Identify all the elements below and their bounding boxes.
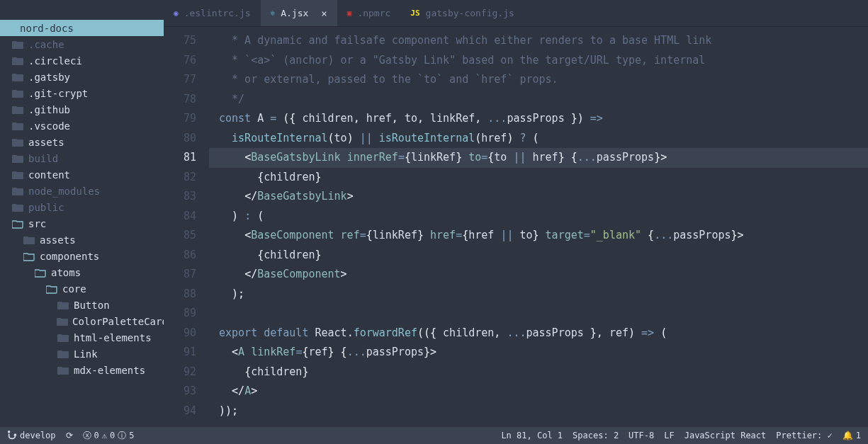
error-icon: ⓧ xyxy=(83,430,91,442)
code-line[interactable]: <A linkRef={ref} {...passProps}> xyxy=(209,343,868,363)
code-line[interactable]: {children} xyxy=(209,363,868,382)
line-number: 86 xyxy=(164,246,196,266)
info-count: 5 xyxy=(129,431,134,440)
tab--eslintrc-js[interactable]: ◉.eslintrc.js xyxy=(164,0,261,26)
folder-icon xyxy=(11,154,24,164)
code-line[interactable]: * or external, passed to the `to` and `h… xyxy=(209,70,868,90)
git-branch[interactable]: develop xyxy=(7,430,56,442)
code-editor[interactable]: 7576777879808182838485868788899091929394… xyxy=(164,27,868,427)
line-gutter: 7576777879808182838485868788899091929394 xyxy=(164,31,209,427)
file-tree[interactable]: nord-docs .cache.circleci.gatsby.git-cry… xyxy=(0,0,164,427)
eol[interactable]: LF xyxy=(664,431,674,440)
folder-open-icon xyxy=(45,284,58,294)
line-number: 76 xyxy=(164,51,196,71)
code-line[interactable] xyxy=(209,304,868,324)
sidebar-item-label: .circleci xyxy=(28,55,82,67)
sidebar-item-components[interactable]: components xyxy=(0,248,164,264)
sidebar-item--github[interactable]: .github xyxy=(0,101,164,118)
sidebar-item--gatsby[interactable]: .gatsby xyxy=(0,69,164,85)
tab-gatsby-config-js[interactable]: JSgatsby-config.js xyxy=(400,0,524,26)
code-line[interactable]: <BaseGatsbyLink innerRef={linkRef} to={t… xyxy=(209,148,868,168)
folder-icon xyxy=(11,56,24,66)
close-icon[interactable]: × xyxy=(321,8,327,19)
problems-indicator[interactable]: ⓧ 0 ⚠ 0 ⓘ 5 xyxy=(83,430,135,442)
prettier-status[interactable]: Prettier: ✓ xyxy=(776,431,832,440)
sidebar-item-link[interactable]: Link xyxy=(0,346,164,362)
code-content[interactable]: * A dynamic and failsafe component which… xyxy=(209,31,868,427)
code-line[interactable]: ) : ( xyxy=(209,207,868,227)
sidebar-item-colorpalettecard[interactable]: ColorPaletteCard xyxy=(0,313,164,329)
tab-bar: ◉.eslintrc.js⚛A.jsx×▣.npmrcJSgatsby-conf… xyxy=(164,0,868,27)
sidebar-item--vscode[interactable]: .vscode xyxy=(0,118,164,134)
sidebar-item-label: html-elements xyxy=(74,332,152,343)
folder-icon xyxy=(11,203,24,212)
line-number: 94 xyxy=(164,402,196,421)
code-line[interactable]: </BaseComponent> xyxy=(209,265,868,285)
indentation[interactable]: Spaces: 2 xyxy=(573,431,619,440)
sidebar-item-src[interactable]: src xyxy=(0,215,164,232)
notifications[interactable]: 🔔 1 xyxy=(842,431,861,440)
sidebar-item-label: build xyxy=(28,153,58,164)
sidebar-item-node-modules[interactable]: node_modules xyxy=(0,183,164,199)
sidebar-item-label: .git-crypt xyxy=(28,88,88,99)
sidebar-item-button[interactable]: Button xyxy=(0,297,164,313)
sidebar-item-build[interactable]: build xyxy=(0,150,164,166)
sidebar-item-label: Link xyxy=(74,348,98,360)
sidebar-item-label: assets xyxy=(28,137,64,148)
line-number: 92 xyxy=(164,363,196,382)
code-line[interactable]: {children} xyxy=(209,246,868,266)
code-line[interactable]: */ xyxy=(209,90,868,110)
line-number: 83 xyxy=(164,187,196,207)
sidebar-item-mdx-elements[interactable]: mdx-elements xyxy=(0,362,164,378)
sidebar-item--cache[interactable]: .cache xyxy=(0,36,164,52)
folder-open-icon xyxy=(23,251,35,261)
sidebar-item-core[interactable]: core xyxy=(0,280,164,297)
sidebar-item-assets[interactable]: assets xyxy=(0,232,164,248)
line-number: 88 xyxy=(164,285,196,304)
sidebar-item-public[interactable]: public xyxy=(0,199,164,215)
sidebar-item-label: node_modules xyxy=(28,186,100,197)
sidebar-item-html-elements[interactable]: html-elements xyxy=(0,329,164,346)
code-line[interactable]: isRouteInternal(to) || isRouteInternal(h… xyxy=(209,129,868,149)
language-mode[interactable]: JavaScript React xyxy=(684,431,767,440)
sidebar-item-label: mdx-elements xyxy=(74,365,145,376)
line-number: 85 xyxy=(164,226,196,246)
tab-label: A.jsx xyxy=(281,8,308,18)
code-line[interactable]: </A> xyxy=(209,382,868,402)
code-line[interactable]: const A = ({ children, href, to, linkRef… xyxy=(209,109,868,129)
sidebar-item-label: public xyxy=(28,202,64,213)
cursor-position[interactable]: Ln 81, Col 1 xyxy=(501,431,563,440)
folder-icon xyxy=(11,105,24,115)
line-number: 77 xyxy=(164,70,196,90)
line-number: 87 xyxy=(164,265,196,285)
bell-icon: 🔔 xyxy=(842,431,853,440)
code-line[interactable]: ); xyxy=(209,285,868,304)
js-icon: JS xyxy=(410,8,419,18)
code-line[interactable]: <BaseComponent ref={linkRef} href={href … xyxy=(209,226,868,246)
folder-icon xyxy=(57,365,69,375)
sidebar-item--git-crypt[interactable]: .git-crypt xyxy=(0,85,164,101)
sidebar-item-label: atoms xyxy=(51,267,81,278)
tab-label: .eslintrc.js xyxy=(184,8,251,18)
code-line[interactable]: </BaseGatsbyLink> xyxy=(209,187,868,207)
encoding[interactable]: UTF-8 xyxy=(629,431,654,440)
code-line[interactable]: export default React.forwardRef(({ child… xyxy=(209,324,868,343)
sidebar-item-content[interactable]: content xyxy=(0,166,164,183)
sidebar-item-atoms[interactable]: atoms xyxy=(0,264,164,280)
tab--npmrc[interactable]: ▣.npmrc xyxy=(337,0,401,26)
sidebar-root-label: nord-docs xyxy=(20,23,74,34)
code-line[interactable]: * A dynamic and failsafe component which… xyxy=(209,31,868,51)
line-number: 81 xyxy=(164,148,196,168)
sidebar-item-assets[interactable]: assets xyxy=(0,134,164,150)
sidebar-root[interactable]: nord-docs xyxy=(0,20,164,36)
sidebar-item-label: components xyxy=(40,251,99,262)
sync-button[interactable]: ⟳ xyxy=(66,431,73,440)
folder-icon xyxy=(11,137,24,147)
sidebar-item--circleci[interactable]: .circleci xyxy=(0,52,164,69)
code-line[interactable]: * `<a>` (anchor) or a "Gatsby Link" base… xyxy=(209,51,868,71)
code-line[interactable]: )); xyxy=(209,402,868,421)
tab-a-jsx[interactable]: ⚛A.jsx× xyxy=(261,0,337,26)
sidebar-item-label: assets xyxy=(40,234,76,246)
code-line[interactable]: {children} xyxy=(209,168,868,188)
vscode-icon xyxy=(11,121,24,131)
